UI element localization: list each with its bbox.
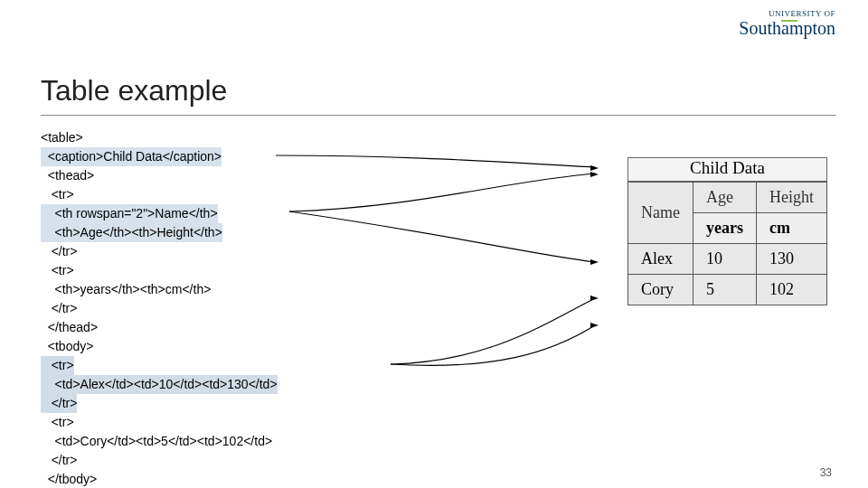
svg-marker-1 [590, 172, 599, 177]
rendered-table: Child Data Name Age Height years cm Alex… [627, 157, 827, 305]
svg-marker-2 [590, 259, 599, 265]
code-line: <tr> [41, 261, 74, 280]
cell-age: 10 [693, 244, 757, 275]
table-row: Alex 10 130 [628, 244, 827, 275]
th-age-unit: years [693, 213, 757, 244]
slide-title: Table example [41, 74, 227, 108]
th-height: Height [757, 183, 827, 213]
code-line: </tbody> [41, 470, 97, 488]
code-line-tr-close: </tr> [41, 394, 77, 413]
code-line-th-name: <th rowspan="2">Name</th> [41, 204, 218, 223]
code-line: <tr> [41, 185, 74, 204]
code-line-caption: <caption>Child Data</caption> [41, 147, 222, 166]
code-line-tr-open: <tr> [41, 356, 74, 375]
code-line: <td>Cory</td><td>5</td><td>102</td> [41, 432, 272, 451]
code-line: </tr> [41, 242, 77, 261]
code-line: <thead> [41, 166, 94, 185]
logo-accent-dash [781, 20, 797, 22]
th-age: Age [693, 183, 757, 213]
code-line-row-alex: <td>Alex</td><td>10</td><td>130</td> [41, 375, 278, 394]
cell-name: Alex [628, 244, 693, 275]
svg-marker-4 [590, 323, 599, 328]
code-line: </thead> [41, 318, 98, 337]
code-line: </tr> [41, 451, 77, 470]
svg-marker-3 [590, 296, 599, 301]
code-example: <table> <caption>Child Data</caption> <t… [41, 128, 278, 488]
table-header-row: Name Age Height [628, 183, 827, 213]
page-number: 33 [820, 466, 832, 479]
university-logo: UNIVERSITY OF Southampton [739, 9, 835, 39]
logo-main-text: Southampton [739, 18, 835, 39]
cell-name: Cory [628, 275, 693, 305]
table-row: Cory 5 102 [628, 275, 827, 305]
code-line: <table> [41, 128, 83, 147]
th-name: Name [628, 183, 693, 244]
table-caption: Child Data [627, 157, 827, 182]
title-underline [41, 115, 836, 116]
code-line: </tr> [41, 299, 77, 318]
code-line-th-ageheight: <th>Age</th><th>Height</th> [41, 223, 222, 242]
code-line: <tr> [41, 413, 74, 432]
logo-top-text: UNIVERSITY OF [739, 9, 835, 18]
svg-marker-0 [590, 165, 599, 171]
th-height-unit: cm [757, 213, 827, 244]
code-line: <tbody> [41, 337, 93, 356]
cell-height: 102 [757, 275, 827, 305]
cell-age: 5 [693, 275, 757, 305]
cell-height: 130 [757, 244, 827, 275]
code-line: <th>years</th><th>cm</th> [41, 280, 211, 299]
